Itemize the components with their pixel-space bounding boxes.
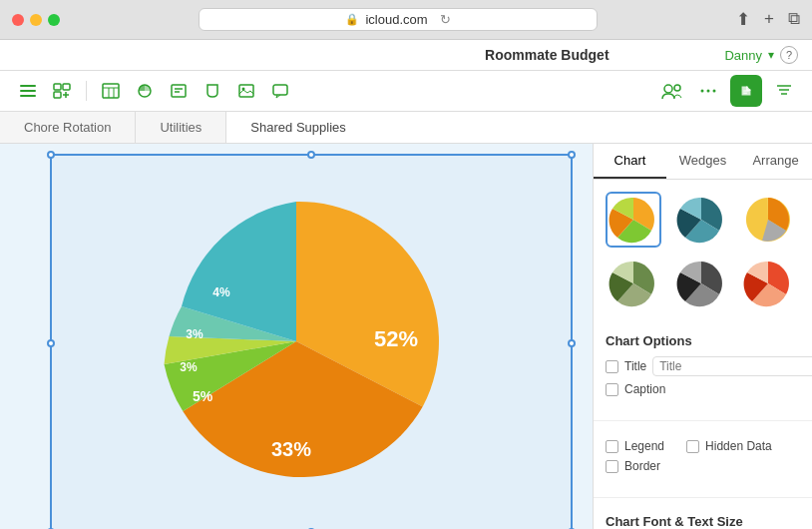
svg-point-23 [713,90,716,93]
share-icon[interactable]: ⬆ [736,9,750,30]
divider-2 [594,497,812,498]
chart-icon[interactable] [131,77,159,105]
legend-option-row: Legend [606,439,664,453]
svg-point-22 [707,90,710,93]
panel-tabs: Chart Wedges Arrange [594,144,812,180]
app-header: Roommate Budget Danny ▾ ? [0,40,812,71]
title-input[interactable] [652,356,812,376]
svg-text:4%: 4% [212,285,230,299]
browser-top-bar: 🔒 icloud.com ↻ ⬆ + ⧉ [0,0,812,39]
tab-chore-rotation[interactable]: Chore Rotation [0,112,136,143]
chart-type-colorful-pie[interactable] [606,192,661,248]
svg-rect-3 [54,84,61,90]
chart-type-gray-green-pie[interactable] [606,256,661,311]
main-content: 52% 33% 5% 3% 3% 4% Chart Wedges Arrange [0,144,812,529]
svg-point-20 [674,85,680,91]
border-option-row: Border [606,459,800,473]
caption-label: Caption [624,382,665,396]
minimize-button[interactable] [30,14,42,26]
chart-type-red-orange-pie[interactable] [740,256,796,311]
caption-checkbox[interactable] [606,383,618,396]
svg-rect-4 [63,84,70,90]
chart-options-title: Chart Options [606,333,800,348]
add-sheet-icon[interactable] [48,77,76,105]
menu-icon[interactable] [14,77,42,105]
hidden-data-option-row: Hidden Data [686,439,772,453]
handle-mr[interactable] [568,339,576,347]
chart-type-yellow-pie[interactable] [740,192,796,248]
handle-tr[interactable] [568,151,576,159]
caption-option-row: Caption [606,382,800,396]
hidden-data-label: Hidden Data [705,439,772,453]
user-name[interactable]: Danny [724,48,762,63]
svg-text:52%: 52% [374,326,418,351]
chart-type-dark-pie[interactable] [673,192,729,248]
svg-text:3%: 3% [180,360,198,374]
lock-icon: 🔒 [345,13,359,26]
chart-area[interactable]: 52% 33% 5% 3% 3% 4% [0,144,593,529]
handle-tl[interactable] [47,151,55,159]
panel-tab-wedges[interactable]: Wedges [666,144,739,179]
shape-icon[interactable] [199,77,226,105]
legend-hidden-row: Legend Hidden Data [606,439,800,459]
tab-shared-supplies[interactable]: Shared Supplies [226,112,369,143]
svg-rect-18 [273,85,287,95]
chart-type-dark-gray-pie[interactable] [673,256,729,311]
url-text: icloud.com [365,12,427,27]
chart-type-grid [594,180,812,323]
window-controls [12,14,60,26]
svg-rect-0 [20,85,36,87]
title-checkbox[interactable] [606,360,618,373]
hidden-data-checkbox[interactable] [686,440,699,453]
svg-rect-5 [54,92,61,98]
chart-options-section: Chart Options Title Caption [594,323,812,412]
title-label: Title [624,359,646,373]
svg-point-21 [701,90,704,93]
maximize-button[interactable] [48,14,60,26]
divider-1 [594,420,812,421]
active-tool-icon[interactable] [730,75,762,107]
more-icon[interactable] [694,77,722,105]
svg-rect-1 [20,90,36,92]
border-checkbox[interactable] [606,460,618,473]
close-button[interactable] [12,14,24,26]
media-icon[interactable] [232,77,260,105]
tab-utilities[interactable]: Utilities [136,112,226,143]
windows-icon[interactable]: ⧉ [788,9,800,30]
help-icon[interactable]: ? [780,46,798,64]
toolbar-right-actions [658,75,798,107]
toolbar-separator-1 [86,81,87,101]
browser-action-icons: ⬆ + ⧉ [736,9,800,30]
panel-tab-arrange[interactable]: Arrange [739,144,812,179]
svg-rect-8 [103,84,119,98]
right-panel: Chart Wedges Arrange [593,144,812,529]
svg-point-19 [664,85,672,93]
svg-rect-16 [239,85,253,97]
border-label: Border [624,459,660,473]
filter-icon[interactable] [770,77,798,105]
toolbar [0,71,812,112]
svg-text:33%: 33% [271,438,311,460]
handle-ml[interactable] [47,339,55,347]
user-area: Danny ▾ ? [724,46,798,64]
legend-label: Legend [624,439,664,453]
new-tab-icon[interactable]: + [764,9,774,30]
comment-icon[interactable] [266,77,294,105]
table-icon[interactable] [97,77,125,105]
svg-text:3%: 3% [186,327,203,341]
text-icon[interactable] [165,77,193,105]
font-section-title: Chart Font & Text Size [606,514,800,529]
legend-checkbox[interactable] [606,440,618,453]
pie-chart: 52% 33% 5% 3% 3% 4% [127,187,466,500]
svg-rect-2 [20,95,36,97]
refresh-icon[interactable]: ↻ [440,12,451,27]
legend-options-section: Legend Hidden Data Border [594,429,812,489]
address-bar[interactable]: 🔒 icloud.com ↻ [199,8,598,31]
user-dropdown-icon[interactable]: ▾ [768,48,774,62]
handle-tm[interactable] [307,151,315,159]
font-section: Chart Font & Text Size Avenir Next ▾ Reg… [594,506,812,529]
panel-tab-chart[interactable]: Chart [594,144,666,179]
collaborate-icon[interactable] [658,77,686,105]
svg-rect-13 [172,85,186,97]
browser-chrome: 🔒 icloud.com ↻ ⬆ + ⧉ [0,0,812,40]
